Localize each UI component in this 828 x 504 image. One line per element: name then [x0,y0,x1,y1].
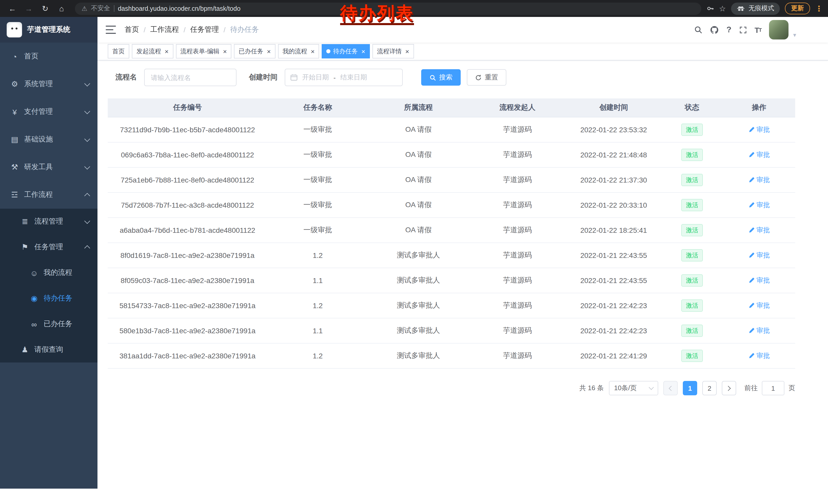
approve-link[interactable]: 审批 [748,276,770,285]
fullscreen-icon[interactable] [739,26,747,34]
back-icon[interactable]: ← [6,2,19,15]
tab-todo-tasks[interactable]: 待办任务× [322,44,370,58]
cell-task-name: 1.1 [267,268,368,293]
sidebar-item-home[interactable]: ◔ 首页 [0,43,97,70]
page-button-2[interactable]: 2 [702,381,717,395]
cell-process: 测试多审批人 [368,343,469,368]
breadcrumb-home[interactable]: 首页 [125,25,139,34]
sidebar-item-dev-tools[interactable]: ⚒ 研发工具 [0,153,97,181]
sidebar-item-workflow[interactable]: ☲ 工作流程 [0,181,97,209]
search-button[interactable]: 搜索 [421,69,461,86]
dashboard-icon: ◔ [10,52,19,61]
close-icon[interactable]: × [267,48,271,55]
table-row: 8f059c03-7ac8-11ec-a9e2-a2380e71991a 1.1… [108,268,795,293]
font-size-icon[interactable]: TT [755,26,761,34]
update-button[interactable]: 更新 [785,3,810,14]
tab-process-detail[interactable]: 流程详情× [372,44,414,58]
reset-button[interactable]: 重置 [467,69,506,86]
approve-link[interactable]: 审批 [748,301,770,310]
approve-link[interactable]: 审批 [748,226,770,235]
sidebar-item-my-process[interactable]: ☺ 我的流程 [0,260,97,286]
prev-page-button[interactable] [663,381,678,395]
close-icon[interactable]: × [362,48,365,55]
cell-action: 审批 [723,218,795,242]
status-badge: 激活 [681,350,703,362]
sidebar-item-task-mgmt[interactable]: ⚑ 任务管理 [0,234,97,260]
approve-link[interactable]: 审批 [748,251,770,260]
cell-task-id: 381aa1dd-7ac8-11ec-a9e2-a2380e71991a [108,343,267,368]
tab-start-process[interactable]: 发起流程× [132,44,173,58]
app-logo[interactable]: 芋道管理系统 [0,17,97,43]
reload-icon[interactable]: ↻ [38,2,52,15]
cell-starter: 芋道源码 [469,168,566,192]
page-size-select[interactable]: 10条/页 [609,381,658,395]
status-badge: 激活 [681,274,703,287]
table-row: 069c6a63-7b8a-11ec-8ef0-acde48001122 一级审… [108,142,795,168]
goto-page-input[interactable] [762,381,784,395]
cell-action: 审批 [723,343,795,368]
approve-link[interactable]: 审批 [748,200,770,210]
incognito-badge[interactable]: 无痕模式 [731,2,780,15]
warning-icon: ⚠ [82,5,87,12]
app-title: 芋道管理系统 [27,25,70,34]
close-icon[interactable]: × [405,48,409,55]
password-key-icon[interactable] [706,5,714,12]
chevron-down-icon [85,166,89,169]
sidebar-item-todo-tasks[interactable]: ◉ 待办任务 [0,286,97,311]
sidebar-item-payment-mgmt[interactable]: ¥ 支付管理 [0,98,97,126]
table-row: 75d72608-7b7f-11ec-a3c8-acde48001122 一级审… [108,193,795,218]
approve-link[interactable]: 审批 [748,326,770,335]
sidebar-item-infrastructure[interactable]: ▤ 基础设施 [0,126,97,153]
date-range-picker[interactable]: 开始日期 - 结束日期 [285,69,403,86]
create-time-label: 创建时间 [249,73,278,82]
cell-starter: 芋道源码 [469,318,566,343]
approve-link[interactable]: 审批 [748,175,770,185]
table-header-row: 任务编号 任务名称 所属流程 流程发起人 创建时间 状态 操作 [108,98,795,118]
help-icon[interactable]: ? [727,25,732,34]
browser-toolbar: ← → ↻ ⌂ ⚠ 不安全 dashboard.yudao.iocoder.cn… [0,0,828,17]
next-page-button[interactable] [722,381,736,395]
github-icon[interactable] [710,26,719,34]
bookmark-star-icon[interactable]: ☆ [719,4,726,13]
chevron-down-icon [85,220,89,223]
chevron-down-icon [85,83,89,85]
cell-starter: 芋道源码 [469,142,566,167]
tab-home[interactable]: 首页 [108,44,129,58]
search-icon[interactable] [694,26,702,34]
sidebar-item-process-mgmt[interactable]: ≣ 流程管理 [0,209,97,234]
cell-action: 审批 [723,142,795,167]
main-area: 首页 / 工作流程 / 任务管理 / 待办任务 ? [97,17,828,489]
forward-icon[interactable]: → [22,2,35,15]
approve-link[interactable]: 审批 [748,125,770,134]
sidebar-item-system-mgmt[interactable]: ⚙ 系统管理 [0,70,97,98]
close-icon[interactable]: × [223,48,227,55]
tab-my-process[interactable]: 我的流程× [278,44,319,58]
breadcrumb-task-mgmt[interactable]: 任务管理 [190,25,219,34]
sidebar-item-done-tasks[interactable]: ∞ 已办任务 [0,311,97,337]
page-button-1[interactable]: 1 [683,381,697,395]
cell-status: 激活 [661,168,723,192]
cell-process: 测试多审批人 [368,243,469,268]
sidebar-item-leave-query[interactable]: ♟ 请假查询 [0,337,97,363]
cell-process: OA 请假 [368,118,469,142]
breadcrumb-current: 待办任务 [230,25,259,34]
approve-link[interactable]: 审批 [748,150,770,159]
table-row: 580e1b3d-7ac8-11ec-a9e2-a2380e71991a 1.1… [108,318,795,343]
approve-link[interactable]: 审批 [748,351,770,360]
user-avatar[interactable] [769,20,788,40]
cell-created: 2022-01-21 22:41:29 [566,343,661,368]
close-icon[interactable]: × [311,48,315,55]
tab-done-tasks[interactable]: 已办任务× [234,44,275,58]
sidebar-menu: ◔ 首页 ⚙ 系统管理 ¥ 支付管理 ▤ 基础设施 [0,43,97,489]
hamburger-icon[interactable] [106,26,116,34]
home-icon[interactable]: ⌂ [55,2,68,15]
chevron-up-icon [85,192,89,198]
close-icon[interactable]: × [165,48,169,55]
process-name-input[interactable] [144,69,237,86]
breadcrumb-workflow[interactable]: 工作流程 [150,25,179,34]
annotation-todo-list: 待办列表 [340,3,414,25]
tab-form-edit[interactable]: 流程表单-编辑× [176,44,232,58]
column-header: 创建时间 [566,98,661,117]
browser-menu-icon[interactable]: ⋮ [815,4,823,13]
avatar-caret-icon[interactable]: ▼ [792,32,797,38]
